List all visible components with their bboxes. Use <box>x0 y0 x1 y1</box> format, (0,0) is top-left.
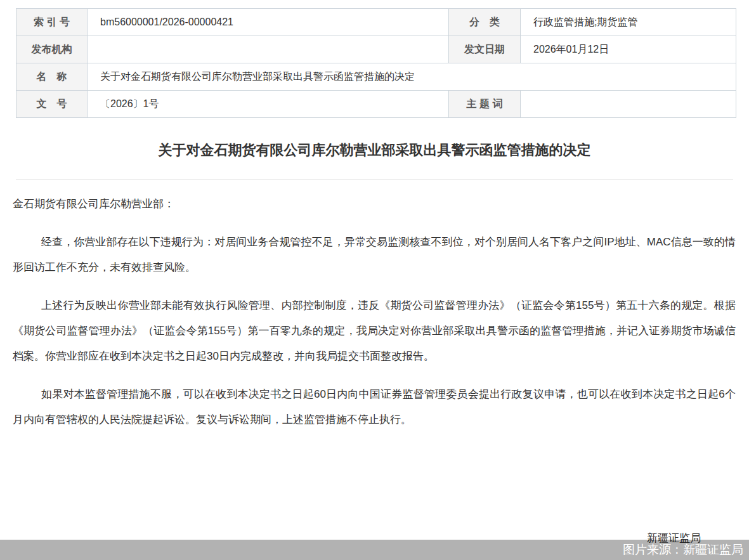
meta-row-docnum: 文 号 〔2026〕1号 主 题 词 <box>16 91 736 118</box>
paragraph-decision: 上述行为反映出你营业部未能有效执行风险管理、内部控制制度，违反《期货公司监督管理… <box>13 293 736 369</box>
index-number-value: bm56000001/2026-00000421 <box>88 9 449 36</box>
issue-date-value: 2026年01月12日 <box>521 36 736 63</box>
meta-row-issuer: 发布机构 发文日期 2026年01月12日 <box>16 36 736 63</box>
title-divider <box>16 179 733 179</box>
document-meta-table: 索 引 号 bm56000001/2026-00000421 分 类 行政监管措… <box>16 8 736 118</box>
image-source-caption: 图片来源：新疆证监局 <box>0 540 749 560</box>
meta-row-index: 索 引 号 bm56000001/2026-00000421 分 类 行政监管措… <box>16 9 736 36</box>
category-value: 行政监管措施;期货监管 <box>521 9 736 36</box>
paragraph-findings: 经查，你营业部存在以下违规行为：对居间业务合规管控不足，异常交易监测核查不到位，… <box>13 230 736 280</box>
index-number-label: 索 引 号 <box>16 9 88 36</box>
document-body-region: 关于对金石期货有限公司库尔勒营业部采取出具警示函监管措施的决定 金石期货有限公司… <box>0 118 749 545</box>
name-value: 关于对金石期货有限公司库尔勒营业部采取出具警示函监管措施的决定 <box>88 63 736 91</box>
document-text: 金石期货有限公司库尔勒营业部： 经查，你营业部存在以下违规行为：对居间业务合规管… <box>13 192 736 433</box>
name-label: 名 称 <box>16 63 88 91</box>
doc-number-label: 文 号 <box>16 91 88 118</box>
page-title: 关于对金石期货有限公司库尔勒营业部采取出具警示函监管措施的决定 <box>0 141 749 160</box>
issuing-agency-label: 发布机构 <box>16 36 88 63</box>
issue-date-label: 发文日期 <box>449 36 521 63</box>
subject-words-value <box>521 91 736 118</box>
subject-words-label: 主 题 词 <box>449 91 521 118</box>
meta-row-name: 名 称 关于对金石期货有限公司库尔勒营业部采取出具警示函监管措施的决定 <box>16 63 736 91</box>
doc-number-value: 〔2026〕1号 <box>88 91 449 118</box>
salutation-line: 金石期货有限公司库尔勒营业部： <box>13 192 736 217</box>
issuing-agency-value <box>88 36 449 63</box>
category-label: 分 类 <box>449 9 521 36</box>
paragraph-appeal-rights: 如果对本监督管理措施不服，可以在收到本决定书之日起60日内向中国证券监督管理委员… <box>13 382 736 433</box>
